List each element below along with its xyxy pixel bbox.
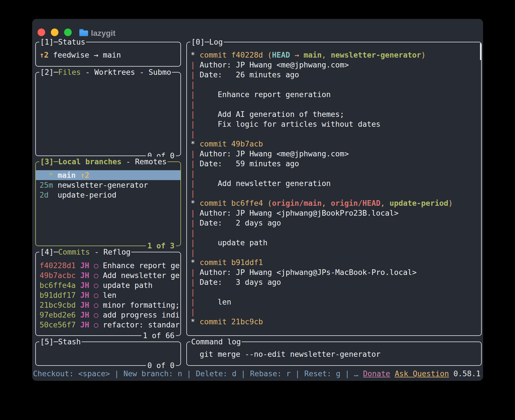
keybindings-bar: Checkout: <space> | New branch: n | Dele… bbox=[33, 369, 482, 379]
log-line: | update path bbox=[191, 238, 481, 248]
branch-list: * main ↑225m newsletter-generator2d upda… bbox=[36, 162, 180, 200]
log-panel-title: [0]─Log bbox=[190, 37, 224, 47]
log-line: | Author: JP Hwang <me@jphwang.com> bbox=[191, 149, 481, 159]
log-line: | Date: 59 minutes ago bbox=[191, 159, 481, 169]
donate-link[interactable]: Donate bbox=[363, 369, 390, 378]
commit-row[interactable]: 49b7acbc JH ○ Add newsletter ge bbox=[36, 270, 180, 280]
status-panel[interactable]: [1]─Status ↑2 feedwise → main bbox=[35, 42, 181, 67]
commit-row[interactable]: 50ce56f7 JH ○ refactor: standar bbox=[36, 320, 180, 330]
log-line: * commit 49b7acb bbox=[191, 139, 481, 149]
commits-panel[interactable]: [4]─Commits - Reflog f40228d1 JH ○ Enhan… bbox=[35, 252, 181, 336]
branch-row[interactable]: 2d update-period bbox=[36, 190, 180, 200]
log-line: | Author: JP Hwang <jphwang@jBookPro23B.… bbox=[191, 208, 481, 218]
log-scrollbar[interactable] bbox=[480, 43, 481, 60]
log-line: * commit f40228d (HEAD → main, newslette… bbox=[191, 50, 481, 60]
commit-list: f40228d1 JH ○ Enhance report ge49b7acbc … bbox=[36, 252, 180, 330]
log-panel[interactable]: [0]─Log * commit f40228d (HEAD → main, n… bbox=[186, 42, 482, 336]
log-line: | bbox=[191, 99, 481, 109]
log-line: | Date: 26 minutes ago bbox=[191, 70, 481, 80]
ask-question-link[interactable]: Ask Question bbox=[395, 369, 449, 378]
log-line: | bbox=[191, 169, 481, 178]
command-log-line: git merge --no-edit newsletter-generator bbox=[191, 349, 481, 359]
terminal-window: lazygit [1]─Status ↑2 feedwise → main [2… bbox=[32, 19, 483, 380]
log-line: | Author: JP Hwang <jphwang@JPs-MacBook-… bbox=[191, 267, 481, 277]
commit-row[interactable]: 21bc9cbd JH ○ minor formatting; bbox=[36, 300, 180, 310]
branch-row[interactable]: * main ↑2 bbox=[36, 170, 180, 180]
commit-row[interactable]: 97ebd2e6 JH ○ add progress indi bbox=[36, 310, 180, 320]
log-line: | Date: 3 days ago bbox=[191, 277, 481, 287]
files-panel-title: [2]─Files - Worktrees - Submo bbox=[39, 67, 172, 77]
status-panel-title: [1]─Status bbox=[39, 37, 86, 47]
close-button[interactable] bbox=[38, 29, 45, 36]
log-line: | bbox=[191, 248, 481, 257]
log-line: | bbox=[191, 287, 481, 297]
branch-row[interactable]: 25m newsletter-generator bbox=[36, 180, 180, 190]
version-label: 0.58.1 bbox=[453, 369, 481, 378]
stash-panel-title: [5]─Stash bbox=[39, 337, 82, 347]
minimize-button[interactable] bbox=[51, 29, 58, 36]
maximize-button[interactable] bbox=[64, 29, 72, 36]
titlebar-traffic-lights bbox=[38, 29, 72, 36]
log-line: | len bbox=[191, 297, 481, 307]
log-line: | Fix logic for articles without dates bbox=[191, 119, 481, 129]
log-line: | Add newsletter generation bbox=[191, 178, 481, 188]
log-line: | bbox=[191, 129, 481, 139]
log-line: | bbox=[191, 307, 481, 317]
log-content: * commit f40228d (HEAD → main, newslette… bbox=[187, 42, 481, 327]
commit-row[interactable]: f40228d1 JH ○ Enhance report ge bbox=[36, 261, 180, 270]
commit-row[interactable]: bc6ffe4a JH ○ update path bbox=[36, 280, 180, 290]
window-title: lazygit bbox=[91, 29, 115, 37]
log-line: | Date: 2 days ago bbox=[191, 218, 481, 228]
log-line: | Enhance report generation bbox=[191, 89, 481, 99]
keybindings-help: Checkout: <space> | New branch: n | Dele… bbox=[33, 369, 363, 378]
command-log-title: Command log bbox=[190, 337, 242, 347]
log-line: * commit 21bc9cb bbox=[191, 317, 481, 327]
command-log-panel[interactable]: Command log git merge --no-edit newslett… bbox=[186, 342, 482, 366]
commits-count: 1 of 66 bbox=[141, 331, 176, 340]
log-line: | Add AI generation of themes; bbox=[191, 109, 481, 119]
log-line: | bbox=[191, 188, 481, 198]
commit-row[interactable]: b91ddf17 JH ○ len bbox=[36, 290, 180, 300]
log-line: * commit b91ddf1 bbox=[191, 257, 481, 267]
log-line: * commit bc6ffe4 (origin/main, origin/HE… bbox=[191, 198, 481, 208]
files-panel[interactable]: [2]─Files - Worktrees - Submo 0 of 0 bbox=[35, 72, 181, 156]
branches-panel-title: [3]─Local branches - Remotes bbox=[39, 157, 167, 167]
branches-panel[interactable]: [3]─Local branches - Remotes * main ↑225… bbox=[35, 161, 181, 246]
branches-count: 1 of 3 bbox=[146, 241, 176, 251]
log-line: | bbox=[191, 80, 481, 89]
commits-panel-title: [4]─Commits - Reflog bbox=[39, 247, 131, 257]
log-line: | bbox=[191, 228, 481, 238]
stash-panel[interactable]: [5]─Stash 0 of 0 bbox=[35, 342, 181, 366]
folder-icon bbox=[79, 29, 88, 37]
log-line: | Author: JP Hwang <me@jphwang.com> bbox=[191, 60, 481, 70]
